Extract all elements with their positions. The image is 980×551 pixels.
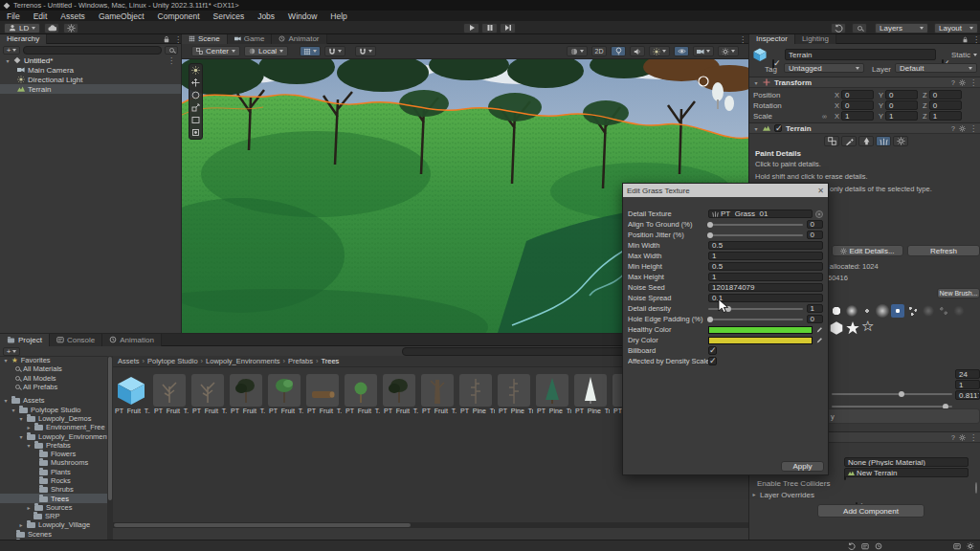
settings-button[interactable] (63, 23, 78, 33)
rotation-y-field[interactable]: 0 (885, 100, 918, 110)
hierarchy-row-scene[interactable]: ▾ Untitled* ⋮ (0, 55, 181, 65)
menu-jobs[interactable]: Jobs (251, 11, 281, 21)
scale-z-field[interactable]: 1 (929, 111, 962, 121)
menu-window[interactable]: Window (281, 11, 323, 21)
hole-edge-padding-slider[interactable] (708, 319, 803, 320)
tool-orientation-dropdown[interactable]: Local (244, 46, 288, 56)
brush-dot-small[interactable] (860, 304, 874, 318)
tree-assets[interactable]: ▾Assets (0, 396, 107, 405)
brush-circle-soft[interactable] (845, 304, 858, 318)
terrain-tool-trees[interactable] (858, 136, 874, 146)
cloud-button[interactable] (44, 23, 59, 33)
layers-dropdown[interactable]: Layers (875, 23, 928, 33)
scene-panel-menu-icon[interactable]: ⋮ (739, 35, 746, 44)
add-object-button[interactable]: + (3, 46, 20, 55)
brush-faint-1[interactable] (922, 304, 935, 318)
lighting-toggle[interactable] (611, 46, 626, 56)
density-scale-checkbox[interactable] (708, 357, 717, 365)
asset-grid-scrollbar[interactable] (113, 522, 748, 528)
hierarchy-row-light[interactable]: Directional Light (0, 75, 181, 84)
asset-item[interactable]: PT_Pine_Tr... (536, 374, 571, 414)
rotate-tool-icon[interactable] (191, 91, 200, 99)
foldout-icon[interactable]: ▾ (753, 125, 759, 132)
help-icon[interactable]: ? (951, 434, 955, 441)
brush-circle-hard[interactable] (830, 304, 843, 318)
account-dropdown[interactable]: LD (4, 23, 40, 33)
foldout-icon[interactable]: ▾ (753, 79, 759, 86)
noise-seed-field[interactable]: 1201874079 (708, 283, 823, 292)
billboard-checkbox[interactable] (708, 346, 717, 355)
snap-increment-button[interactable] (355, 46, 376, 56)
brush-star-outline[interactable]: ☆ (861, 318, 874, 335)
terrain-enabled-checkbox[interactable] (774, 124, 782, 132)
target-strength-value[interactable]: 0.81176 (955, 390, 980, 400)
min-height-field[interactable]: 0.5 (708, 262, 823, 271)
tool-pivot-dropdown[interactable]: Center (191, 46, 240, 56)
presets-icon[interactable] (959, 434, 966, 441)
tree-sources[interactable]: ▸Sources (0, 503, 107, 512)
tag-dropdown[interactable]: Untagged (784, 63, 864, 73)
effects-dropdown[interactable] (649, 46, 670, 56)
tree-trees[interactable]: Trees (0, 494, 107, 502)
brush-faint-2[interactable] (937, 304, 950, 318)
terrain-tool-create-neighbor[interactable] (824, 136, 839, 146)
tree-all-prefabs[interactable]: All Prefabs (0, 383, 107, 391)
transform-tool-icon[interactable] (191, 128, 200, 137)
grass-window-titlebar[interactable]: Edit Grass Texture ✕ (623, 184, 828, 197)
help-icon[interactable]: ? (951, 125, 955, 132)
tree-prefabs[interactable]: ▾Prefabs (0, 441, 107, 450)
object-picker-icon[interactable] (975, 482, 977, 494)
menu-component[interactable]: Component (151, 11, 207, 21)
link-scale-icon[interactable]: ∞ (822, 113, 830, 120)
asset-item[interactable]: PT_Fruit_T... (421, 374, 457, 414)
terrain-component-header[interactable]: ▾ Terrain ? ⋮ (749, 122, 980, 134)
asset-item[interactable]: PT_Fruit_T... (306, 374, 342, 414)
asset-item[interactable]: PT_Fruit_T... (345, 374, 380, 414)
tree-rocks[interactable]: Rocks (0, 476, 107, 485)
position-z-field[interactable]: 0 (929, 90, 962, 99)
hierarchy-filter-button[interactable] (165, 46, 178, 55)
foldout-icon[interactable]: ▸ (751, 491, 757, 497)
tab-animation[interactable]: Animation (102, 334, 162, 346)
menu-assets[interactable]: Assets (54, 11, 92, 21)
static-dropdown-icon[interactable] (973, 54, 977, 56)
brush-hexagon[interactable] (830, 321, 843, 335)
tree-flowers[interactable]: Flowers (0, 450, 107, 458)
view-tool-icon[interactable] (191, 66, 200, 75)
help-icon[interactable]: ? (951, 79, 955, 86)
eyedropper-icon[interactable] (816, 326, 823, 333)
detail-texture-field[interactable]: PT_Grass_01 (708, 209, 813, 218)
asset-item[interactable]: PT_Fruit_T... (383, 374, 418, 414)
snap-magnet-button[interactable] (324, 46, 345, 56)
play-button[interactable] (463, 23, 479, 33)
terrain-tool-settings[interactable] (893, 136, 908, 146)
max-height-field[interactable]: 1 (708, 273, 823, 281)
refresh-status-icon[interactable] (848, 542, 856, 550)
lock-icon[interactable] (962, 36, 969, 43)
physic-material-field[interactable]: None (Physic Material) (844, 457, 969, 467)
menu-gameobject[interactable]: GameObject (92, 11, 151, 21)
close-icon[interactable]: ✕ (817, 187, 824, 195)
hierarchy-search-input[interactable] (23, 46, 162, 55)
tree-srp[interactable]: SRP (0, 512, 107, 520)
max-width-field[interactable]: 1 (708, 252, 823, 260)
brush-size-value[interactable]: 24 (955, 369, 980, 379)
tree-scenes[interactable]: Scenes (0, 530, 107, 539)
refresh-button[interactable]: Refresh (907, 245, 980, 256)
menu-file[interactable]: File (0, 11, 27, 21)
visibility-toggle[interactable] (674, 46, 689, 56)
terrain-menu-icon[interactable]: ⋮ (969, 124, 977, 133)
tab-inspector[interactable]: Inspector (749, 34, 795, 44)
tree-mushrooms[interactable]: Mushrooms (0, 458, 107, 467)
edit-details-button[interactable]: Edit Details... (832, 245, 903, 256)
hole-edge-padding-value[interactable]: 0 (807, 315, 823, 323)
step-button[interactable] (500, 23, 516, 33)
tree-shrubs[interactable]: Shrubs (0, 485, 107, 494)
position-y-field[interactable]: 0 (885, 90, 918, 99)
tree-lowpoly-village[interactable]: ▸Lowpoly_Village (0, 520, 107, 529)
audio-toggle[interactable] (630, 46, 645, 56)
scale-y-field[interactable]: 1 (885, 111, 918, 121)
asset-item[interactable]: PT_Pine_Tr... (459, 374, 495, 414)
asset-item-cube[interactable]: PT_Fruit_T... (115, 374, 150, 414)
layout-dropdown[interactable]: Layout (934, 23, 978, 33)
